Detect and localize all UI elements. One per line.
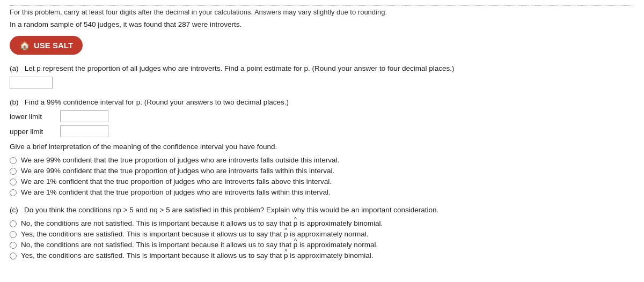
part-c-option-4: Yes, the conditions are satisfied. This … xyxy=(10,251,634,259)
phat-3: p xyxy=(294,241,298,249)
part-b-text: Find a 99% confidence interval for p. (R… xyxy=(25,98,289,106)
part-b-option-2: We are 99% confident that the true propo… xyxy=(10,167,634,175)
part-b-radio-2[interactable] xyxy=(10,168,17,175)
part-a-letter: (a) xyxy=(10,64,23,72)
part-b-radio-3[interactable] xyxy=(10,179,17,185)
part-c-radio-3[interactable] xyxy=(10,242,17,249)
part-c-option-4-text: Yes, the conditions are satisfied. This … xyxy=(21,251,374,259)
lower-limit-row: lower limit xyxy=(10,110,634,122)
part-b-option-1: We are 99% confident that the true propo… xyxy=(10,156,634,164)
part-a-section: (a) Let p represent the proportion of al… xyxy=(10,64,634,88)
part-b-option-4-text: We are 1% confident that the true propor… xyxy=(21,188,331,196)
part-a-text: Let p represent the proportion of all ju… xyxy=(25,64,455,72)
part-c-section: (c) Do you think the conditions np > 5 a… xyxy=(10,206,634,259)
part-c-radio-2[interactable] xyxy=(10,231,17,238)
part-c-label: (c) Do you think the conditions np > 5 a… xyxy=(10,206,634,214)
part-b-letter: (b) xyxy=(10,98,23,106)
part-b-label: (b) Find a 99% confidence interval for p… xyxy=(10,98,634,106)
part-c-letter: (c) xyxy=(10,206,22,214)
part-b-section: (b) Find a 99% confidence interval for p… xyxy=(10,98,634,196)
lower-limit-label: lower limit xyxy=(10,113,53,121)
salt-button-label: USE SALT xyxy=(34,41,73,50)
lower-limit-input[interactable] xyxy=(60,110,108,122)
part-b-option-3-text: We are 1% confident that the true propor… xyxy=(21,177,332,185)
part-c-option-3: No, the conditions are not satisfied. Th… xyxy=(10,241,634,249)
problem-statement: In a random sample of 540 judges, it was… xyxy=(10,20,634,28)
part-c-radio-group: No, the conditions are not satisfied. Th… xyxy=(10,219,634,259)
interpretation-prompt: Give a brief interpretation of the meani… xyxy=(10,143,634,151)
part-b-option-2-text: We are 99% confident that the true propo… xyxy=(21,167,334,175)
phat-1: p xyxy=(294,219,298,227)
part-c-option-1-text: No, the conditions are not satisfied. Th… xyxy=(21,219,383,227)
part-c-radio-4[interactable] xyxy=(10,253,17,259)
part-c-option-1: No, the conditions are not satisfied. Th… xyxy=(10,219,634,227)
phat-2: p xyxy=(284,230,288,238)
part-a-input[interactable] xyxy=(10,77,53,88)
upper-limit-label: upper limit xyxy=(10,128,53,136)
part-c-radio-1[interactable] xyxy=(10,220,17,227)
part-c-option-2-text: Yes, the conditions are satisfied. This … xyxy=(21,230,369,238)
phat-4: p xyxy=(284,251,288,259)
salt-icon: 🏠 xyxy=(19,40,30,50)
part-b-radio-group: We are 99% confident that the true propo… xyxy=(10,156,634,196)
use-salt-button[interactable]: 🏠 USE SALT xyxy=(10,36,83,55)
upper-limit-input[interactable] xyxy=(60,125,108,137)
part-c-text: Do you think the conditions np > 5 and n… xyxy=(24,206,438,214)
part-c-option-3-text: No, the conditions are not satisfied. Th… xyxy=(21,241,378,249)
part-b-radio-1[interactable] xyxy=(10,157,17,164)
top-note: For this problem, carry at least four di… xyxy=(10,5,634,16)
part-c-option-2: Yes, the conditions are satisfied. This … xyxy=(10,230,634,238)
upper-limit-row: upper limit xyxy=(10,125,634,137)
part-b-radio-4[interactable] xyxy=(10,189,17,196)
part-b-option-3: We are 1% confident that the true propor… xyxy=(10,177,634,185)
part-a-label: (a) Let p represent the proportion of al… xyxy=(10,64,634,72)
part-b-option-4: We are 1% confident that the true propor… xyxy=(10,188,634,196)
part-b-option-1-text: We are 99% confident that the true propo… xyxy=(21,156,339,164)
